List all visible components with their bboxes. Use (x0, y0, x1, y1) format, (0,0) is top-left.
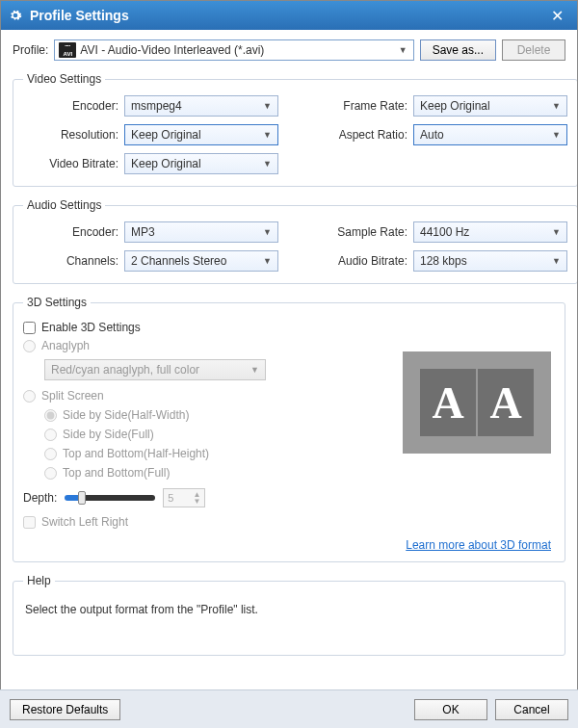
enable-3d-checkbox[interactable]: Enable 3D Settings (23, 319, 555, 336)
video-encoder-label: Encoder: (23, 99, 124, 113)
three-d-legend: 3D Settings (23, 296, 91, 309)
chevron-down-icon: ▼ (263, 130, 272, 140)
chevron-down-icon: ▼ (399, 45, 407, 55)
depth-label: Depth: (23, 491, 57, 505)
footer: Restore Defaults OK Cancel (0, 689, 578, 728)
profile-value: AVI - Audio-Video Interleaved (*.avi) (80, 43, 398, 57)
anaglyph-type-select: Red/cyan anaglyph, full color▼ (44, 359, 266, 380)
video-bitrate-label: Video Bitrate: (23, 157, 124, 170)
audio-encoder-label: Encoder: (23, 225, 124, 239)
chevron-down-icon: ▼ (263, 227, 272, 237)
audio-legend: Audio Settings (23, 198, 105, 212)
audio-bitrate-select[interactable]: 128 kbps▼ (413, 250, 567, 272)
titlebar: Profile Settings ✕ (1, 1, 577, 30)
audio-bitrate-label: Audio Bitrate: (317, 254, 413, 268)
ok-button[interactable]: OK (414, 699, 487, 720)
video-encoder-select[interactable]: msmpeg4▼ (124, 95, 278, 117)
gear-icon (9, 9, 22, 22)
depth-stepper: 5▲▼ (163, 488, 205, 507)
video-settings-group: Video Settings Encoder: msmpeg4▼ Frame R… (13, 72, 578, 187)
slider-thumb[interactable] (78, 491, 86, 505)
switch-lr-checkbox (23, 516, 36, 529)
profile-label: Profile: (13, 43, 48, 57)
channels-label: Channels: (23, 254, 124, 268)
chevron-down-icon: ▼ (263, 101, 272, 111)
frame-rate-label: Frame Rate: (317, 99, 413, 113)
preview-glyph-left: A (420, 369, 476, 436)
chevron-down-icon: ▼ (263, 256, 272, 266)
chevron-down-icon: ▼ (552, 130, 561, 140)
audio-settings-group: Audio Settings Encoder: MP3▼ Sample Rate… (13, 198, 578, 284)
avi-format-icon: ▪▪▪▪AVI (59, 42, 76, 58)
video-bitrate-select[interactable]: Keep Original▼ (124, 153, 278, 174)
sample-rate-select[interactable]: 44100 Hz▼ (413, 221, 567, 243)
aspect-ratio-label: Aspect Ratio: (317, 128, 413, 142)
help-group: Help Select the output format from the "… (13, 574, 565, 656)
resolution-label: Resolution: (23, 128, 124, 142)
three-d-preview: A A (403, 351, 551, 454)
audio-encoder-select[interactable]: MP3▼ (124, 221, 278, 243)
preview-glyph-right: A (478, 369, 534, 436)
restore-defaults-button[interactable]: Restore Defaults (10, 699, 120, 720)
sample-rate-label: Sample Rate: (317, 225, 413, 239)
save-as-button[interactable]: Save as... (420, 39, 496, 61)
three-d-settings-group: 3D Settings Enable 3D Settings Anaglyph … (13, 296, 565, 562)
channels-select[interactable]: 2 Channels Stereo▼ (124, 250, 278, 272)
frame-rate-select[interactable]: Keep Original▼ (413, 95, 567, 117)
profile-select[interactable]: ▪▪▪▪AVI AVI - Audio-Video Interleaved (*… (54, 39, 413, 61)
close-icon[interactable]: ✕ (545, 7, 569, 25)
chevron-down-icon: ▼ (552, 256, 561, 266)
delete-button: Delete (502, 39, 565, 61)
window-title: Profile Settings (30, 8, 545, 23)
profile-row: Profile: ▪▪▪▪AVI AVI - Audio-Video Inter… (13, 39, 565, 61)
resolution-select[interactable]: Keep Original▼ (124, 124, 278, 145)
help-legend: Help (23, 574, 55, 587)
chevron-down-icon: ▼ (552, 101, 561, 111)
chevron-down-icon: ▼ (552, 227, 561, 237)
switch-lr-label: Switch Left Right (41, 515, 128, 529)
chevron-down-icon: ▼ (250, 365, 259, 375)
help-text: Select the output format from the "Profi… (23, 597, 555, 643)
tb-full-radio: Top and Bottom(Full) (23, 463, 555, 482)
video-legend: Video Settings (23, 72, 105, 86)
aspect-ratio-select[interactable]: Auto▼ (413, 124, 567, 145)
depth-slider[interactable] (65, 495, 155, 501)
learn-more-link[interactable]: Learn more about 3D format (406, 538, 551, 552)
cancel-button[interactable]: Cancel (495, 699, 568, 720)
chevron-down-icon: ▼ (263, 159, 272, 169)
